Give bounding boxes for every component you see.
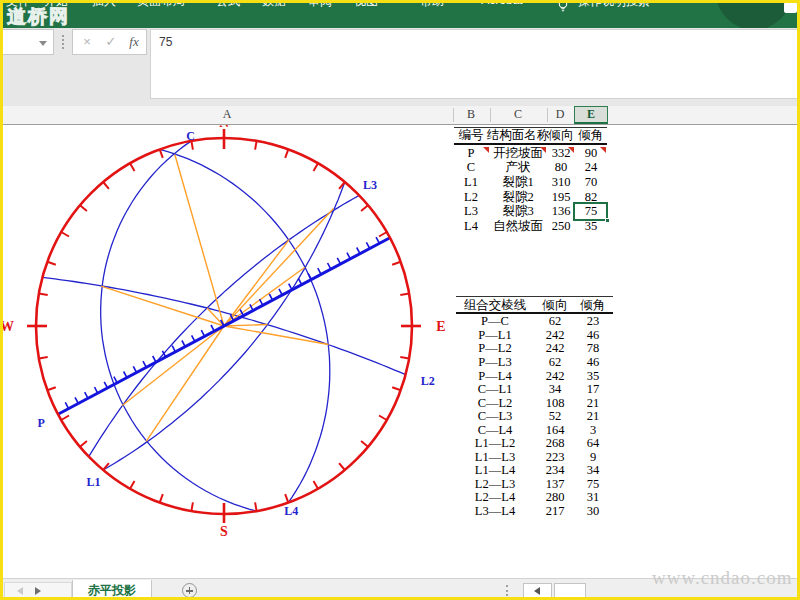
table2-header[interactable]: 倾角: [581, 296, 606, 313]
ribbon-tab-帮助[interactable]: 帮助: [420, 0, 444, 10]
ribbon-tab-插入[interactable]: 插入: [92, 0, 116, 10]
column-header-C[interactable]: C: [514, 107, 522, 122]
sheet-tab-label: 赤平投影: [88, 583, 136, 597]
degree-tick: [361, 205, 368, 211]
table1-cell[interactable]: 310: [552, 175, 571, 190]
ribbon-tab-公式[interactable]: 公式: [216, 0, 240, 10]
plane-label-L2: L2: [421, 374, 435, 388]
table1-cell[interactable]: L4: [464, 218, 478, 233]
sheet-tab-active[interactable]: 赤平投影: [72, 580, 152, 600]
hatch-tick: [65, 402, 68, 408]
intersection-line-L1—L4: [224, 267, 305, 326]
table1-cell[interactable]: 250: [552, 218, 571, 233]
scroll-left-button[interactable]: [523, 583, 552, 599]
table1-cell[interactable]: L1: [464, 175, 478, 190]
hatch-tick: [269, 294, 272, 300]
plane-label-L4: L4: [284, 504, 298, 518]
degree-tick: [191, 502, 193, 511]
degree-tick: [339, 463, 345, 470]
column-header-E[interactable]: E: [574, 106, 608, 124]
compass-label-W: W: [0, 319, 14, 334]
intersection-line-L2—L4: [224, 326, 329, 345]
degree-tick: [400, 293, 409, 295]
ribbon-tab-数据[interactable]: 数据: [262, 0, 286, 10]
ribbon-tab-Acrobat[interactable]: Acrobat: [481, 0, 522, 7]
table1-cell[interactable]: 195: [552, 189, 571, 204]
degree-tick: [39, 357, 48, 359]
hatch-tick: [124, 372, 127, 378]
ribbon-tab-页面布局[interactable]: 页面布局: [137, 0, 185, 10]
column-header-D[interactable]: D: [556, 107, 565, 122]
column-header-B[interactable]: B: [467, 107, 475, 122]
compass-label-N: N: [219, 125, 229, 130]
table2-cell[interactable]: 30: [587, 504, 600, 519]
table1-cell[interactable]: 136: [552, 204, 571, 219]
fx-icon[interactable]: fx: [129, 34, 138, 50]
next-sheet-icon[interactable]: [35, 587, 41, 595]
ribbon-tab-开始[interactable]: 开始: [44, 0, 68, 10]
hatch-tick: [143, 361, 146, 367]
table1-cell[interactable]: C: [467, 160, 475, 175]
table1-cell[interactable]: 自然坡面: [493, 217, 543, 234]
table1-cell[interactable]: 35: [585, 218, 598, 233]
prev-sheet-icon[interactable]: [17, 587, 23, 595]
ribbon-tab-视图[interactable]: 视图: [354, 0, 378, 10]
table1-header[interactable]: 编号: [459, 127, 484, 144]
column-header-A[interactable]: A: [223, 107, 232, 122]
table1-header[interactable]: 倾角: [579, 127, 604, 144]
degree-tick: [255, 502, 257, 511]
great-circle-L4: [160, 149, 330, 502]
table1-cell[interactable]: L3: [464, 204, 478, 219]
ribbon-tab-审阅[interactable]: 审阅: [308, 0, 332, 10]
hatch-tick: [211, 325, 214, 331]
hatch-tick: [85, 392, 88, 398]
hatch-tick: [114, 377, 117, 383]
table1-cell[interactable]: 24: [585, 160, 598, 175]
degree-tick: [379, 232, 387, 237]
hatch-tick: [289, 284, 292, 290]
hatch-tick: [279, 289, 282, 295]
stereonet-chart[interactable]: NESWPCL1L2L3L4: [0, 125, 452, 578]
degree-tick: [47, 387, 56, 390]
table1-cell[interactable]: P: [468, 145, 475, 160]
watermark-bottom: www.cndao.com: [652, 567, 793, 589]
name-box-dropdown-icon[interactable]: [39, 41, 47, 46]
enter-icon[interactable]: ✓: [106, 34, 117, 49]
sheet-area[interactable]: NESWPCL1L2L3L4 编号结构面名称倾向倾角P开挖坡面33290C产状8…: [0, 125, 800, 578]
name-box[interactable]: [0, 29, 54, 55]
search-label[interactable]: 操作说明搜索: [578, 0, 650, 10]
degree-tick: [285, 149, 288, 158]
column-divider: [453, 108, 454, 122]
divider-dots-icon: [62, 35, 64, 49]
table2-cell[interactable]: 217: [546, 504, 565, 519]
hatch-tick: [172, 346, 175, 352]
table1-cell[interactable]: L2: [464, 189, 478, 204]
table1-cell[interactable]: 70: [585, 175, 598, 190]
lightbulb-icon: [557, 0, 569, 13]
scrollbar-grip-icon[interactable]: [506, 585, 508, 596]
table1-cell[interactable]: 80: [555, 160, 568, 175]
table1-cell[interactable]: 90: [585, 145, 598, 160]
degree-tick: [392, 387, 401, 390]
window-icon[interactable]: [784, 2, 797, 13]
table2-header[interactable]: 倾向: [543, 296, 568, 313]
degree-tick: [400, 357, 409, 359]
degree-tick: [130, 163, 135, 171]
account-circle[interactable]: [716, 0, 792, 28]
table2-header[interactable]: 组合交棱线: [464, 296, 527, 313]
table2-cell[interactable]: L3—L4: [475, 504, 515, 519]
fill-handle[interactable]: [605, 218, 610, 223]
excel-window: 道桥网 操作说明搜索 文件开始插入页面布局公式数据审阅视图帮助Acrobat ×…: [0, 0, 800, 600]
degree-tick: [361, 441, 368, 447]
hatch-tick: [318, 268, 321, 274]
scrollbar-thumb[interactable]: [554, 583, 586, 599]
intersection-line-C—L2: [101, 286, 224, 326]
ribbon-tab-文件[interactable]: 文件: [6, 0, 30, 10]
cancel-icon[interactable]: ×: [83, 34, 91, 49]
table1-header[interactable]: 结构面名称: [487, 127, 550, 144]
formula-input[interactable]: 75: [150, 29, 800, 99]
degree-tick: [160, 494, 163, 503]
add-sheet-button[interactable]: [182, 583, 197, 598]
table1-header[interactable]: 倾向: [549, 127, 574, 144]
degree-tick: [255, 141, 257, 150]
